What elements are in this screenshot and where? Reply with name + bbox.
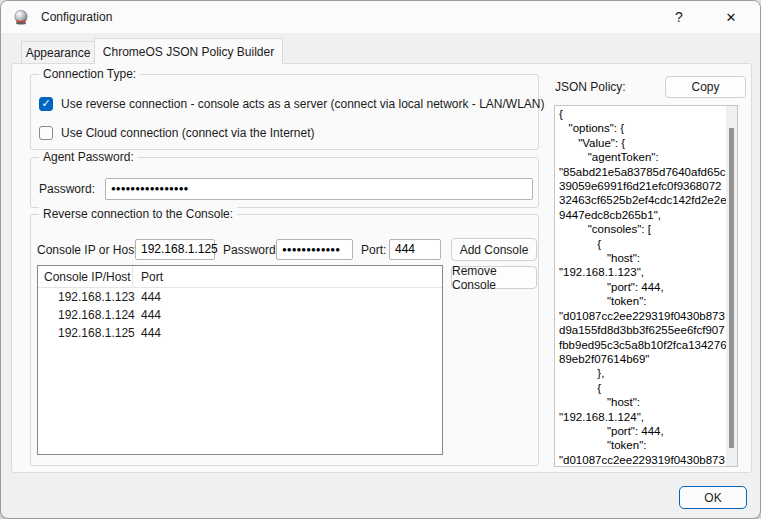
title-bar[interactable]: Configuration ? ✕ [1,1,760,33]
table-row[interactable]: 192.168.1.125444 [38,324,442,342]
table-cell: 192.168.1.124 [38,308,133,322]
tab-chromeos-json-policy-builder[interactable]: ChromeOS JSON Policy Builder [94,38,283,64]
reverse-connection-group-label: Reverse connection to the Console: [39,207,237,221]
json-policy-content[interactable]: { "options": { "Value": { "agentToken": … [555,106,726,466]
console-password-field[interactable]: ●●●●●●●●●●●● [276,239,353,260]
reverse-connection-checkbox-label: Use reverse connection - console acts as… [61,97,545,111]
configuration-dialog: Configuration ? ✕ Appearance ChromeOS JS… [0,0,761,519]
connection-type-group: Connection Type: Use reverse connection … [30,74,539,150]
agent-password-label: Password: [39,182,95,196]
agent-password-group: Agent Password: Password: ●●●●●●●●●●●●●●… [30,157,539,208]
table-cell: 444 [133,326,161,340]
json-policy-textbox[interactable]: { "options": { "Value": { "agentToken": … [554,105,738,467]
console-list-body: 192.168.1.123444192.168.1.124444192.168.… [38,288,442,342]
reverse-connection-group: Reverse connection to the Console: Conso… [30,214,539,466]
table-cell: 444 [133,290,161,304]
help-button[interactable]: ? [658,1,700,33]
console-list[interactable]: Console IP/Host Port 192.168.1.123444192… [37,265,443,455]
json-scrollbar[interactable] [726,106,737,466]
column-header-console-ip-host[interactable]: Console IP/Host [38,266,133,287]
remove-console-button[interactable]: Remove Console [451,266,537,289]
checkbox-unchecked-icon[interactable] [39,126,53,140]
reverse-connection-checkbox[interactable]: Use reverse connection - console acts as… [39,97,545,111]
console-port-field[interactable]: 444 [389,239,441,260]
table-cell: 192.168.1.123 [38,290,133,304]
table-cell: 444 [133,308,161,322]
console-host-label: Console IP or Host: [37,243,141,257]
agent-password-field[interactable]: ●●●●●●●●●●●●●●●● [105,178,533,200]
tab-appearance[interactable]: Appearance [21,41,95,64]
ok-button[interactable]: OK [679,486,747,509]
window-title: Configuration [41,10,112,24]
table-row[interactable]: 192.168.1.124444 [38,306,442,324]
tab-page-policy-builder: Connection Type: Use reverse connection … [11,63,752,473]
console-password-label: Password: [223,243,279,257]
agent-password-group-label: Agent Password: [39,150,138,164]
close-icon[interactable]: ✕ [710,1,752,33]
console-list-header: Console IP/Host Port [38,266,442,288]
cloud-connection-checkbox[interactable]: Use Cloud connection (connect via the In… [39,126,314,140]
app-icon [13,9,29,25]
column-header-port[interactable]: Port [133,270,163,284]
checkbox-checked-icon[interactable] [39,97,53,111]
json-scrollbar-thumb[interactable] [729,128,734,448]
console-port-label: Port: [361,243,386,257]
add-console-button[interactable]: Add Console [451,238,537,261]
console-host-field[interactable]: 192.168.1.125 [135,239,215,260]
copy-button[interactable]: Copy [665,76,746,98]
cloud-connection-checkbox-label: Use Cloud connection (connect via the In… [61,126,314,140]
connection-type-group-label: Connection Type: [39,67,140,81]
table-row[interactable]: 192.168.1.123444 [38,288,442,306]
table-cell: 192.168.1.125 [38,326,133,340]
json-policy-label: JSON Policy: [555,80,626,94]
